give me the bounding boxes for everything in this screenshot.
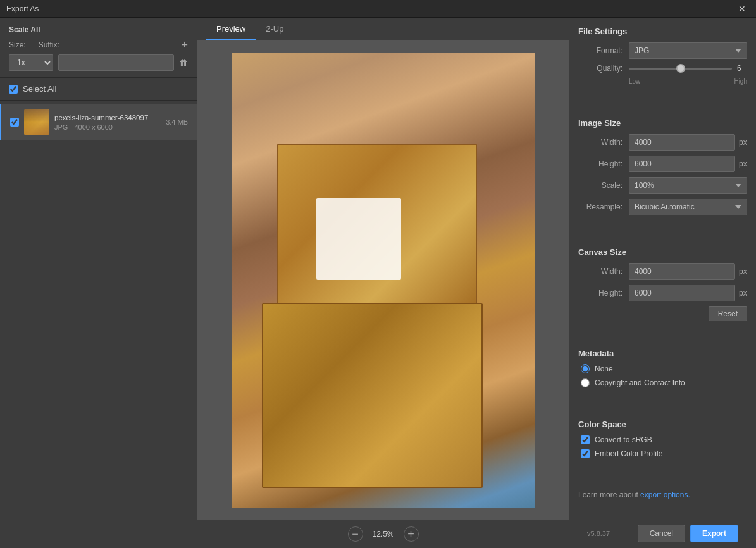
file-format: JPG [54,123,68,131]
left-panel: Scale All Size: Suffix: + 1x 2x 3x 0.5x … [0,18,197,548]
image-width-unit: px [739,138,752,147]
embed-profile-row: Embed Color Profile [578,449,747,458]
image-resample-row: Resample: Bicubic Automatic Bicubic Bili… [578,199,747,215]
image-scale-row: Scale: 100% 50% 200% 75% [578,177,747,194]
version-text: v5.8.37 [587,530,610,537]
right-panel: File Settings Format: JPG PNG GIF SVG We… [569,18,756,548]
select-all-text: Select All [23,84,56,94]
file-size: 3.4 MB [166,118,188,126]
center-panel: Preview 2-Up Danny Afternoon 10 Downing … [197,18,569,548]
bottom-bar: v5.8.37 Cancel Export [578,518,747,548]
tab-preview[interactable]: Preview [206,18,256,40]
export-options-link[interactable]: export options. [640,490,690,499]
format-row: Format: JPG PNG GIF SVG WebP [578,42,747,59]
canvas-width-row: Width: px [578,263,747,280]
export-button[interactable]: Export [690,525,738,542]
add-scale-button[interactable]: + [181,39,188,51]
metadata-section: Metadata None Copyright and Contact Info [578,349,747,392]
image-resample-select[interactable]: Bicubic Automatic Bicubic Bilinear Neare… [629,199,747,215]
delete-scale-button[interactable]: 🗑 [179,58,188,68]
zoom-in-button[interactable]: + [404,526,419,542]
scale-all-section: Scale All Size: Suffix: + 1x 2x 3x 0.5x … [0,18,197,78]
canvas-height-unit: px [739,289,752,297]
image-width-input[interactable] [629,134,735,151]
divider-1 [578,103,747,103]
quality-label: Quality: [578,64,623,73]
select-all-label[interactable]: Select All [9,84,56,94]
embed-profile-label[interactable]: Embed Color Profile [595,449,662,458]
file-thumbnail [24,109,49,135]
title-bar: Export As ✕ [0,0,756,18]
scale-select[interactable]: 1x 2x 3x 0.5x [9,54,53,71]
white-label-bottom: Danny Afternoon 10 Downing StreetLondonG… [298,358,389,430]
title-bar-text: Export As [6,4,39,13]
color-space-title: Color Space [578,420,747,429]
metadata-none-label[interactable]: None [595,364,613,373]
tab-2up[interactable]: 2-Up [256,18,294,40]
learn-more: Learn more about export options. [578,490,747,499]
image-scale-select[interactable]: 100% 50% 200% 75% [629,177,747,194]
image-size-section: Image Size Width: px Height: px Scale: 1… [578,118,747,220]
convert-srgb-row: Convert to sRGB [578,435,747,444]
file-settings-title: File Settings [578,27,747,36]
canvas-height-input[interactable] [629,285,735,301]
scale-all-title: Scale All [9,25,188,34]
file-info: pexels-liza-summer-6348097 JPG 4000 x 60… [54,114,161,131]
action-buttons: Cancel Export [638,525,738,542]
image-size-title: Image Size [578,118,747,128]
metadata-none-radio[interactable] [581,364,590,373]
zoom-level: 12.5% [371,530,396,539]
quality-slider[interactable] [629,68,732,70]
divider-4 [578,404,747,404]
image-height-row: Height: px [578,156,747,172]
canvas-width-input[interactable] [629,263,735,280]
canvas-height-row: Height: px [578,285,747,301]
preview-area: Danny Afternoon 10 Downing StreetLondonG… [197,40,569,520]
image-height-input[interactable] [629,156,735,172]
metadata-copyright-label[interactable]: Copyright and Contact Info [595,378,685,387]
divider-3 [578,333,747,333]
zoom-bar: − 12.5% + [197,520,569,548]
embed-profile-checkbox[interactable] [581,449,590,458]
file-dimensions: 4000 x 6000 [74,123,113,131]
color-space-section: Color Space Convert to sRGB Embed Color … [578,420,747,463]
cancel-button[interactable]: Cancel [638,525,685,542]
divider-6 [578,511,747,511]
quality-low-label: Low [629,78,640,85]
convert-srgb-label[interactable]: Convert to sRGB [595,435,652,444]
size-label: Size: [9,40,26,49]
suffix-input[interactable] [58,54,174,71]
divider-5 [578,475,747,475]
select-all-row: Select All [0,78,197,101]
canvas-size-title: Canvas Size [578,247,747,257]
image-scale-label: Scale: [578,181,623,190]
image-width-label: Width: [578,138,623,147]
file-name: pexels-liza-summer-6348097 [54,114,161,121]
file-checkbox[interactable] [10,118,19,127]
zoom-out-button[interactable]: − [348,526,363,542]
quality-row: Quality: 6 [578,64,747,73]
file-settings-section: File Settings Format: JPG PNG GIF SVG We… [578,27,747,91]
format-label: Format: [578,46,623,55]
canvas-width-label: Width: [578,267,623,276]
close-button[interactable]: ✕ [734,3,750,15]
format-select[interactable]: JPG PNG GIF SVG WebP [629,42,747,59]
image-resample-label: Resample: [578,202,623,211]
metadata-copyright-radio[interactable] [581,378,590,387]
learn-more-text: Learn more about [578,490,640,499]
quality-value: 6 [737,64,747,73]
white-label-top [316,198,401,280]
convert-srgb-checkbox[interactable] [581,435,590,444]
canvas-height-label: Height: [578,289,623,297]
image-width-row: Width: px [578,134,747,151]
select-all-checkbox[interactable] [9,85,18,94]
suffix-label: Suffix: [39,40,59,49]
metadata-none-row: None [578,364,747,373]
reset-button[interactable]: Reset [709,306,747,321]
canvas-size-section: Canvas Size Width: px Height: px Reset [578,247,747,321]
image-height-label: Height: [578,159,623,168]
divider-2 [578,232,747,232]
file-list: pexels-liza-summer-6348097 JPG 4000 x 60… [0,101,197,548]
canvas-width-unit: px [739,267,752,276]
image-height-unit: px [739,159,752,168]
